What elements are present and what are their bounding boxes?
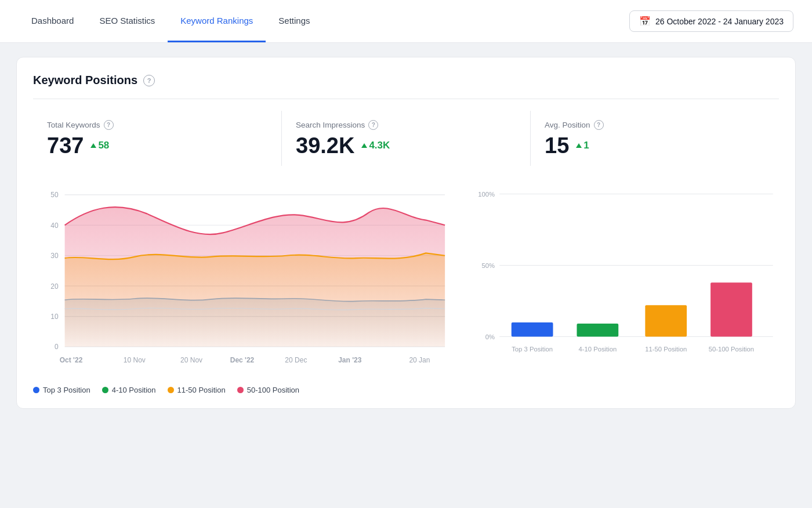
stat-avg-position-label: Avg. Position ?	[545, 120, 765, 130]
svg-text:20 Dec: 20 Dec	[285, 356, 307, 364]
nav-tabs: Dashboard SEO Statistics Keyword Ranking…	[19, 0, 323, 42]
svg-text:10: 10	[50, 313, 59, 321]
bar-chart: 100% 50% 0% Top 3 Position	[470, 182, 779, 367]
avg-position-value: 15	[545, 135, 569, 157]
legend: Top 3 Position 4-10 Position 11-50 Posit…	[33, 386, 451, 394]
legend-label-4to10: 4-10 Position	[112, 386, 156, 394]
legend-item-11to50: 11-50 Position	[168, 386, 226, 394]
svg-rect-27	[645, 305, 687, 336]
stat-search-impressions-label: Search Impressions ?	[296, 120, 516, 130]
legend-dot-11to50	[168, 387, 174, 393]
svg-rect-25	[512, 322, 553, 337]
stat-total-keywords: Total Keywords ? 737 58	[33, 111, 282, 166]
tab-seo-statistics[interactable]: SEO Statistics	[86, 0, 168, 42]
svg-rect-26	[577, 324, 619, 337]
charts-row: 50 40 30 20 10 0	[33, 182, 779, 394]
total-keywords-delta: 58	[90, 140, 109, 151]
total-keywords-value: 737	[47, 135, 84, 157]
svg-text:4-10 Position: 4-10 Position	[579, 346, 617, 353]
legend-dot-50to100	[237, 387, 244, 393]
svg-text:0: 0	[55, 343, 59, 351]
header: Dashboard SEO Statistics Keyword Ranking…	[0, 0, 812, 43]
tab-keyword-rankings[interactable]: Keyword Rankings	[168, 0, 266, 42]
calendar-icon: 📅	[639, 16, 651, 27]
keyword-positions-card: Keyword Positions ? Total Keywords ? 737…	[16, 57, 796, 409]
avg-position-delta: 1	[576, 140, 589, 151]
line-chart-wrapper: 50 40 30 20 10 0	[33, 182, 451, 394]
stat-search-impressions: Search Impressions ? 39.2K 4.3K	[282, 111, 531, 166]
svg-text:Jan '23: Jan '23	[338, 356, 362, 364]
svg-text:30: 30	[50, 252, 59, 260]
tab-dashboard[interactable]: Dashboard	[19, 0, 86, 42]
main-content: Keyword Positions ? Total Keywords ? 737…	[0, 43, 812, 508]
legend-label-11to50: 11-50 Position	[177, 386, 226, 394]
tab-settings[interactable]: Settings	[266, 0, 322, 42]
stat-avg-position: Avg. Position ? 15 1	[531, 111, 779, 166]
avg-position-info-icon[interactable]: ?	[594, 120, 604, 130]
info-icon[interactable]: ?	[143, 75, 155, 86]
svg-text:10 Nov: 10 Nov	[124, 356, 146, 364]
legend-item-4to10: 4-10 Position	[102, 386, 156, 394]
svg-text:20: 20	[50, 282, 59, 291]
svg-text:Dec '22: Dec '22	[230, 356, 255, 364]
legend-label-top3: Top 3 Position	[43, 386, 90, 394]
stat-total-keywords-label: Total Keywords ?	[47, 120, 267, 130]
date-range-button[interactable]: 📅 26 October 2022 - 24 January 2023	[629, 10, 793, 32]
svg-text:50-100 Position: 50-100 Position	[709, 346, 754, 353]
total-keywords-arrow-up	[90, 143, 96, 148]
svg-text:Top 3 Position: Top 3 Position	[512, 346, 553, 353]
svg-rect-28	[710, 282, 752, 336]
card-header: Keyword Positions ?	[33, 74, 779, 99]
stats-row: Total Keywords ? 737 58 Search Impressio…	[33, 111, 779, 166]
legend-dot-4to10	[102, 387, 108, 393]
svg-text:11-50 Position: 11-50 Position	[645, 346, 687, 353]
svg-text:Oct '22: Oct '22	[60, 356, 83, 364]
svg-text:20 Jan: 20 Jan	[409, 356, 430, 364]
legend-label-50to100: 50-100 Position	[247, 386, 299, 394]
svg-text:20 Nov: 20 Nov	[180, 356, 202, 364]
search-impressions-arrow-up	[361, 143, 367, 148]
svg-text:50: 50	[50, 191, 59, 199]
total-keywords-info-icon[interactable]: ?	[104, 120, 114, 130]
svg-text:100%: 100%	[478, 191, 495, 198]
line-chart: 50 40 30 20 10 0	[33, 182, 451, 379]
search-impressions-delta: 4.3K	[361, 140, 390, 151]
legend-item-50to100: 50-100 Position	[237, 386, 299, 394]
legend-dot-top3	[33, 387, 39, 393]
bar-chart-wrapper: 100% 50% 0% Top 3 Position	[470, 182, 779, 367]
search-impressions-value: 39.2K	[296, 135, 354, 157]
svg-text:50%: 50%	[482, 262, 495, 269]
svg-text:0%: 0%	[485, 333, 495, 340]
card-title: Keyword Positions	[33, 74, 137, 87]
svg-text:40: 40	[50, 222, 59, 230]
legend-item-top3: Top 3 Position	[33, 386, 90, 394]
avg-position-arrow-up	[576, 143, 582, 148]
search-impressions-info-icon[interactable]: ?	[368, 120, 378, 130]
